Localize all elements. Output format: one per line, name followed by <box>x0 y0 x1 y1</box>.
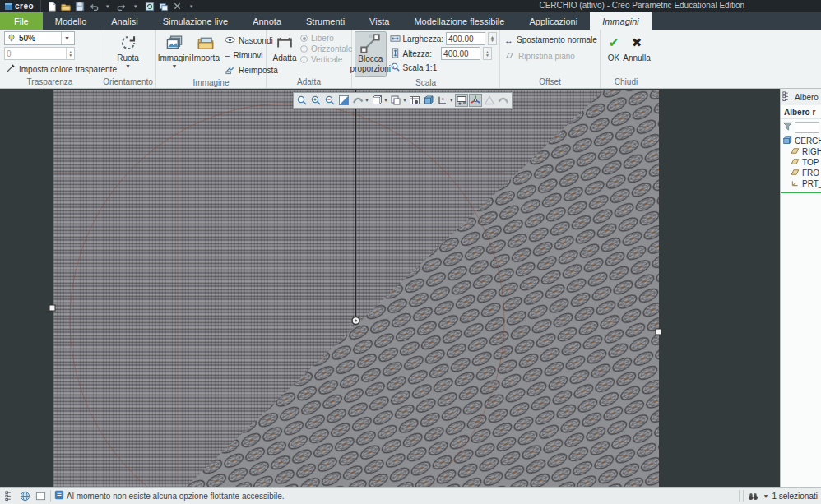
spin-center-icon[interactable] <box>469 94 482 107</box>
model-tree-search-input[interactable] <box>795 122 819 133</box>
ripristina-piano-button: Ripristina piano <box>503 49 577 63</box>
annotation-display-icon[interactable] <box>455 94 468 107</box>
new-file-icon[interactable] <box>46 1 57 12</box>
datum-display-caret-icon[interactable]: ▼ <box>449 98 454 103</box>
zoom-region-icon[interactable] <box>295 94 308 107</box>
model-tree-header: Albero r <box>781 105 821 119</box>
larghezza-field[interactable] <box>446 32 485 45</box>
plane-icon <box>791 146 800 157</box>
image-handle-right[interactable] <box>656 329 661 335</box>
tab-simulazione-live[interactable]: Simulazione live <box>151 12 240 30</box>
plane-icon <box>791 157 800 168</box>
group-label-trasparenza: Trasparenza <box>2 76 97 88</box>
altezza-spinner[interactable]: ▲▼ <box>483 47 492 60</box>
spin-arrows[interactable]: ▲▼ <box>66 48 74 59</box>
tab-applicazioni[interactable]: Applicazioni <box>517 12 590 30</box>
image-handle-left[interactable] <box>49 305 55 311</box>
spostamento-normale-button[interactable]: ↔ Spostamento normale <box>503 35 599 45</box>
blocca-proporzioni-toggle[interactable]: Blocca proporzioni <box>355 31 387 77</box>
canvas-overlay <box>0 89 780 487</box>
caret-icon[interactable]: ▼ <box>130 1 141 12</box>
import-folder-icon <box>197 33 214 53</box>
browser-icon[interactable] <box>19 490 31 502</box>
group-label-scala: Scala <box>355 77 497 89</box>
undo-icon[interactable] <box>88 1 99 12</box>
repaint-icon[interactable] <box>337 94 350 107</box>
named-views-icon[interactable] <box>408 94 421 107</box>
tab-modello[interactable]: Modello <box>43 12 100 30</box>
immagini-button[interactable]: Immagini ▼ <box>159 31 190 71</box>
search-caret-icon[interactable]: ▼ <box>763 493 768 499</box>
ribbon-tab-bar: FileModelloAnalisiSimulazione liveAnnota… <box>0 12 821 30</box>
scala-1-1-button[interactable]: 1 Scala 1:1 <box>390 62 497 74</box>
ok-button[interactable]: ✔ OK <box>603 31 624 64</box>
tree-item-prt-[interactable]: PRT_ <box>781 178 821 189</box>
model-tree-panel-tab[interactable]: Albero r <box>781 89 821 105</box>
transparency-secondary-input[interactable] <box>5 48 66 59</box>
caret-icon[interactable]: ▼ <box>186 1 197 12</box>
title-bar: creo ▼▼▼ CERCHIO (attivo) - Creo Paramet… <box>0 0 821 12</box>
group-label-offset: Offset <box>503 76 597 88</box>
tree-item-cerchio[interactable]: CERCHIO <box>781 136 821 146</box>
annulla-button[interactable]: ✖ Annulla <box>624 31 649 64</box>
image-wheel-pattern <box>186 90 659 487</box>
datum-display-icon[interactable]: xy <box>436 94 449 107</box>
panel-icon[interactable] <box>35 490 47 502</box>
tab-immagini[interactable]: Immagini <box>590 12 652 30</box>
saved-orientations-icon[interactable] <box>389 94 402 107</box>
larghezza-spinner[interactable]: ▲▼ <box>488 32 497 45</box>
importa-button[interactable]: Importa <box>190 31 221 64</box>
zoom-in-icon[interactable] <box>309 94 322 107</box>
model-tree-toggle-icon[interactable] <box>3 490 16 502</box>
larghezza-input[interactable] <box>447 33 485 44</box>
caret-icon[interactable]: ▼ <box>102 1 113 12</box>
creo-logo: creo <box>0 2 40 11</box>
filter-icon[interactable] <box>782 121 793 133</box>
tab-analisi[interactable]: Analisi <box>99 12 150 30</box>
tab-modellazione-flessibile[interactable]: Modellazione flessibile <box>401 12 517 30</box>
transparency-spinbox[interactable]: ▲▼ <box>4 47 75 60</box>
tab-file[interactable]: File <box>0 12 43 30</box>
tree-item-righ[interactable]: RIGH <box>781 146 821 157</box>
display-style-icon[interactable] <box>370 94 383 107</box>
tab-strumenti[interactable]: Strumenti <box>294 12 357 30</box>
redo-icon[interactable] <box>116 1 127 12</box>
transparency-combo[interactable]: 50% ▼ <box>4 31 75 45</box>
display-style-caret-icon[interactable]: ▼ <box>383 98 388 103</box>
tree-item-fro[interactable]: FRO <box>781 168 821 178</box>
ribbon-empty-space <box>652 30 821 88</box>
refit-icon[interactable] <box>351 94 364 107</box>
radio-orizzontale[interactable]: Orizzontale <box>300 44 353 53</box>
refit-caret-icon[interactable]: ▼ <box>364 98 369 103</box>
tree-empty-area <box>781 193 821 487</box>
tree-item-label: CERCHIO <box>795 136 821 146</box>
regenerate-icon[interactable] <box>144 1 155 12</box>
save-icon[interactable] <box>74 1 85 12</box>
close-icon[interactable] <box>172 1 183 12</box>
altezza-field[interactable] <box>441 47 480 60</box>
zoom-out-icon[interactable] <box>323 94 336 107</box>
radio-verticale[interactable]: Verticale <box>300 55 353 64</box>
transparency-combo-caret[interactable]: ▼ <box>61 32 72 44</box>
radio-libero[interactable]: Libero <box>300 34 353 43</box>
height-icon <box>390 48 401 60</box>
tree-item-label: PRT_ <box>802 179 821 188</box>
windows-icon[interactable] <box>158 1 169 12</box>
view-manager-icon[interactable] <box>422 94 435 107</box>
tree-item-label: TOP <box>802 158 819 167</box>
bulb-icon <box>7 33 16 44</box>
tree-item-top[interactable]: TOP <box>781 157 821 168</box>
reset-icon <box>225 64 235 76</box>
binoculars-icon[interactable] <box>747 490 759 502</box>
adatta-button[interactable]: Adatta <box>269 31 300 64</box>
transparency-value: 50% <box>19 34 35 43</box>
saved-orientations-caret-icon[interactable]: ▼ <box>402 98 407 103</box>
tab-annota[interactable]: Annota <box>240 12 294 30</box>
altezza-input[interactable] <box>442 48 480 59</box>
graphics-area[interactable]: ▼▼▼xy▼ <box>0 89 780 487</box>
open-icon[interactable] <box>60 1 71 12</box>
ruota-button[interactable]: Ruota ▼ <box>113 31 144 71</box>
tree-item-label: RIGH <box>802 147 821 156</box>
altezza-label: Altezza: <box>403 49 433 58</box>
tab-vista[interactable]: Vista <box>357 12 401 30</box>
